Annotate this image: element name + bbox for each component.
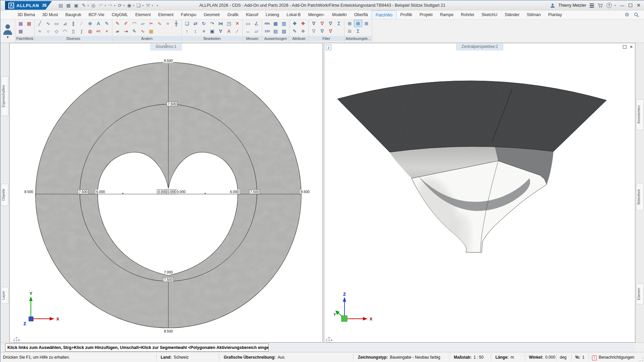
wave-icon[interactable]: ∿ bbox=[139, 27, 147, 35]
rotate-icon[interactable]: ↻ bbox=[200, 20, 208, 27]
status-percent[interactable]: %:1 bbox=[575, 352, 584, 362]
edit-pen-icon-dropdown[interactable]: ▾ bbox=[88, 4, 89, 7]
line-icon[interactable]: ╱ bbox=[36, 20, 44, 27]
search-icon[interactable] bbox=[634, 12, 639, 17]
text-icon[interactable]: A bbox=[94, 20, 103, 27]
angle-icon[interactable]: ⊿ bbox=[61, 20, 69, 27]
numbers-icon[interactable]: 123 bbox=[263, 27, 271, 35]
patchwork-settings-icon[interactable]: ▩ bbox=[16, 27, 25, 35]
xy-point-icon[interactable]: × bbox=[103, 27, 111, 35]
filter-type-icon[interactable]: ∇ bbox=[326, 20, 335, 27]
trim-icon[interactable]: ✂ bbox=[147, 20, 155, 27]
match-icon[interactable]: ≈ bbox=[164, 20, 172, 27]
flip-icon[interactable]: ↷ bbox=[208, 20, 216, 27]
circle-icon[interactable]: ○ bbox=[44, 27, 52, 35]
menu-item-grafik-9[interactable]: Grafik bbox=[224, 10, 242, 19]
window-copy-icon-dropdown[interactable]: ▾ bbox=[142, 4, 144, 7]
scale-box-icon[interactable]: ◳ bbox=[225, 20, 233, 27]
viewport-zentralperspektive[interactable]: Z Y X i bbox=[324, 43, 635, 343]
angle-measure-icon[interactable]: ∠ bbox=[252, 20, 261, 27]
mirror-text-icon[interactable]: ∀ bbox=[216, 27, 225, 35]
workgroup-icon[interactable]: ▤ bbox=[57, 2, 64, 9]
fillet-icon[interactable]: ◠ bbox=[130, 20, 139, 27]
copy-icon[interactable]: ❏ bbox=[183, 20, 191, 27]
search-doc-icon[interactable]: ◎ bbox=[90, 2, 97, 9]
qat-overflow-icon[interactable]: ⹀ bbox=[154, 2, 161, 9]
viewport-info-button[interactable]: i bbox=[326, 45, 331, 50]
section-icon[interactable]: ╫ bbox=[172, 20, 180, 27]
status-length-unit[interactable]: Länge:m bbox=[495, 352, 514, 362]
menu-item-projekt-18[interactable]: Projekt bbox=[416, 10, 436, 19]
palette-tab-layer[interactable]: Layer bbox=[1, 287, 8, 304]
window-views-icon[interactable]: ⊞ bbox=[354, 20, 362, 27]
filter-icon[interactable]: ∇ bbox=[310, 20, 318, 27]
patchwork-film-icon[interactable]: ▦ bbox=[25, 20, 33, 27]
menu-item-modelln-14[interactable]: Modelln bbox=[328, 10, 351, 19]
status-angle[interactable]: Winkel:0.000 bbox=[529, 352, 555, 362]
minimize-button[interactable]: — bbox=[619, 3, 625, 8]
plan-canvas[interactable]: Y X Z bbox=[10, 43, 323, 343]
menu-item-mengen--13[interactable]: Mengen- bbox=[305, 10, 328, 19]
status-angle-unit[interactable]: deg bbox=[560, 352, 567, 362]
plan-origin-crosshair-icon[interactable] bbox=[13, 337, 20, 343]
abc-icon[interactable]: Abc bbox=[263, 20, 271, 27]
user-name[interactable]: Thierry Metzler bbox=[558, 3, 586, 8]
status-scale[interactable]: Maßstab:1 : 50 bbox=[454, 352, 484, 362]
undo-icon-dropdown[interactable]: ▾ bbox=[105, 4, 106, 7]
menu-item-geometr-8[interactable]: Geometr bbox=[200, 10, 224, 19]
double-line-icon[interactable]: ⁄ bbox=[77, 20, 86, 27]
window-copy-icon[interactable]: ❏ bbox=[135, 2, 142, 9]
parallel-lines-icon[interactable]: ∥ bbox=[69, 20, 77, 27]
redo-icon[interactable]: ↷ bbox=[107, 2, 114, 9]
edit-note-icon[interactable]: ✎ bbox=[130, 27, 139, 35]
perspective-origin-crosshair-icon[interactable] bbox=[326, 337, 332, 343]
viewport-maximize-button[interactable] bbox=[623, 45, 627, 49]
menu-item-element-6[interactable]: Element bbox=[154, 10, 177, 19]
box-3d-icon[interactable]: ▣ bbox=[208, 27, 216, 35]
viewport-grundriss[interactable]: Y X Z 8.5007.5008.5007.5006.000 bbox=[9, 43, 323, 343]
menu-item-sketchu-21[interactable]: SketchU bbox=[478, 10, 501, 19]
polygon-icon[interactable]: ◇ bbox=[52, 27, 61, 35]
raise-icon[interactable]: ↑ bbox=[183, 27, 191, 35]
menu-item-3d-bema-0[interactable]: 3D Bema bbox=[14, 10, 39, 19]
stretch-icon[interactable]: ∿ bbox=[155, 20, 164, 27]
layer-stack-icon[interactable] bbox=[590, 3, 594, 8]
palette-tab-ebenen[interactable]: Ebenen bbox=[636, 284, 644, 304]
palette-tab-objekte[interactable]: Objekte bbox=[1, 184, 8, 206]
pin-point-icon[interactable]: ✐ bbox=[122, 20, 130, 27]
close-button[interactable]: ✕ bbox=[636, 2, 642, 8]
block-icon[interactable]: ▦ bbox=[147, 27, 155, 35]
move-icon[interactable]: ⇄ bbox=[191, 20, 200, 27]
palette-tab-bibliothek[interactable]: Bibliothek bbox=[636, 183, 644, 210]
sum-icon[interactable]: Σ bbox=[354, 27, 362, 35]
delete-icon[interactable]: ✕ bbox=[233, 20, 241, 27]
curve-icon[interactable]: ∫ bbox=[77, 27, 86, 35]
modify-pen-icon[interactable]: ✎ bbox=[113, 20, 122, 27]
filter-sum-icon[interactable]: Σ bbox=[335, 20, 343, 27]
table-icon[interactable]: ▦ bbox=[271, 20, 280, 27]
hatch-circle-icon[interactable]: ◍ bbox=[86, 27, 94, 35]
fav-attr-icon[interactable]: ❖ bbox=[299, 27, 307, 35]
filter-c-icon[interactable]: ∇ bbox=[326, 27, 335, 35]
align-icon[interactable]: ≡ bbox=[200, 27, 208, 35]
menu-item-st-nder-22[interactable]: Ständer bbox=[501, 10, 523, 19]
help-icon[interactable]: ? bbox=[606, 3, 612, 8]
height-icon[interactable]: ↕ bbox=[191, 27, 200, 35]
spline-icon[interactable]: ≈ bbox=[36, 27, 44, 35]
repeat-icon-dropdown[interactable]: ▾ bbox=[123, 4, 125, 7]
tag-icon[interactable]: ❖ bbox=[290, 20, 299, 27]
menu-item-citygml-4[interactable]: CityGML bbox=[108, 10, 132, 19]
chart-icon[interactable]: ▥ bbox=[280, 20, 288, 27]
settings-gear-icon[interactable]: ⚙ bbox=[625, 12, 629, 18]
view-eye-icon-dropdown[interactable]: ▾ bbox=[133, 4, 134, 7]
menu-item-profilb-17[interactable]: Profilb bbox=[396, 10, 416, 19]
status-graphic-override[interactable]: Grafische Überschreibung:Aus bbox=[224, 352, 284, 362]
viewport-close-button[interactable]: ✕ bbox=[630, 45, 633, 49]
copy-sheet-icon[interactable]: ▱ bbox=[139, 20, 147, 27]
status-drawing-type[interactable]: Zeichnungstyp:Baueingabe - Neubau farbig bbox=[358, 352, 440, 362]
menu-item-patchwo-16[interactable]: PatchWo bbox=[372, 10, 397, 19]
point-symbol-icon[interactable]: ⊕ bbox=[86, 20, 94, 27]
menu-item-klassif-10[interactable]: Klassif bbox=[242, 10, 262, 19]
window-edit-icon[interactable]: ⊞ bbox=[345, 27, 354, 35]
slant-text-icon[interactable]: A bbox=[225, 27, 233, 35]
